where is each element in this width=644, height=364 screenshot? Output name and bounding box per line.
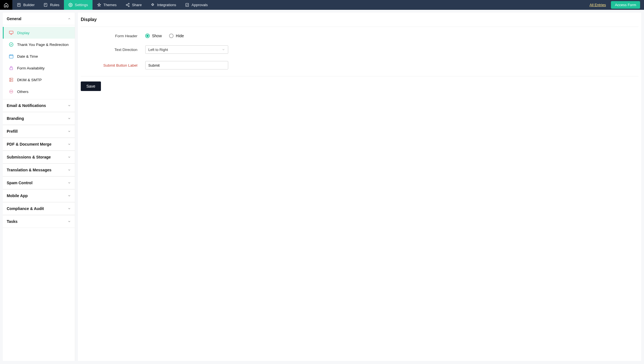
sidebar-group-mobile[interactable]: Mobile App [3, 189, 75, 202]
sidebar-group-branding[interactable]: Branding [3, 112, 75, 125]
access-form-button[interactable]: Access Form [611, 1, 640, 9]
nav-themes[interactable]: Themes [93, 0, 121, 10]
nav-integrations-label: Integrations [157, 3, 176, 7]
text-direction-select[interactable]: Left to Right [145, 45, 228, 54]
sidebar-item-dkim[interactable]: DKIM & SMTP [3, 74, 75, 86]
nav-builder-label: Builder [23, 3, 34, 7]
svg-line-11 [127, 5, 128, 6]
nav-themes-label: Themes [103, 3, 117, 7]
svg-point-6 [70, 4, 71, 6]
sidebar-group-spam-label: Spam Control [7, 181, 33, 185]
sidebar-group-email-label: Email & Notifications [7, 103, 46, 108]
sidebar-group-email[interactable]: Email & Notifications [3, 99, 75, 112]
nav-rules-label: Rules [50, 3, 59, 7]
form-header-label: Form Header [81, 34, 145, 38]
sidebar-item-others[interactable]: Others [3, 86, 75, 97]
chevron-down-icon [68, 168, 71, 172]
svg-rect-12 [186, 3, 189, 6]
sidebar-group-branding-label: Branding [7, 116, 24, 121]
sidebar-item-thankyou-label: Thank You Page & Redirection [17, 43, 69, 47]
nav-integrations[interactable]: Integrations [146, 0, 181, 10]
lock-icon [9, 66, 14, 71]
builder-icon [17, 3, 21, 7]
sidebar-group-pdf[interactable]: PDF & Document Merge [3, 138, 75, 151]
svg-point-9 [128, 6, 129, 7]
submit-button-label-input[interactable] [148, 63, 225, 67]
sidebar-item-availability[interactable]: Form Availability [3, 62, 75, 74]
svg-rect-21 [10, 68, 13, 70]
sidebar-item-availability-label: Form Availability [17, 66, 45, 70]
sidebar-item-others-label: Others [17, 90, 29, 94]
sidebar-group-compliance-label: Compliance & Audit [7, 206, 44, 211]
chevron-down-icon [68, 130, 71, 133]
submit-button-label-label: Submit Button Label [81, 63, 145, 67]
radio-hide[interactable]: Hide [169, 34, 184, 38]
svg-point-8 [126, 4, 127, 6]
calendar-icon [9, 54, 14, 59]
radio-show-label: Show [152, 34, 162, 38]
sidebar-group-tasks-label: Tasks [7, 219, 18, 224]
top-nav-bar: Builder Rules Settings Themes Share Inte… [0, 0, 644, 10]
server-icon [9, 77, 14, 82]
nav-approvals[interactable]: Approvals [181, 0, 212, 10]
radio-show[interactable]: Show [145, 34, 162, 38]
sidebar-item-thankyou[interactable]: Thank You Page & Redirection [3, 39, 75, 50]
svg-point-27 [10, 91, 11, 92]
sidebar-group-mobile-label: Mobile App [7, 193, 28, 198]
dots-icon [9, 89, 14, 94]
sidebar-item-datetime-label: Date & Time [17, 54, 38, 59]
settings-content: Display Form Header Show Hide [78, 13, 641, 361]
svg-point-25 [10, 81, 11, 81]
page-title: Display [81, 14, 638, 27]
home-button[interactable] [0, 0, 12, 10]
svg-point-29 [12, 91, 12, 92]
svg-point-16 [9, 43, 13, 46]
save-button[interactable]: Save [81, 81, 101, 91]
svg-point-24 [10, 79, 11, 79]
nav-settings-label: Settings [75, 3, 88, 7]
chevron-down-icon [68, 220, 71, 223]
sidebar-item-datetime[interactable]: Date & Time [3, 50, 75, 62]
nav-share[interactable]: Share [121, 0, 146, 10]
settings-icon [68, 3, 73, 7]
settings-sidebar: General Display Thank You Page & Redirec… [3, 13, 75, 361]
chevron-down-icon [68, 104, 71, 107]
svg-line-10 [127, 4, 128, 5]
sidebar-group-pdf-label: PDF & Document Merge [7, 142, 51, 146]
sidebar-group-prefill[interactable]: Prefill [3, 125, 75, 138]
chevron-down-icon [68, 143, 71, 146]
sidebar-group-compliance[interactable]: Compliance & Audit [3, 202, 75, 215]
home-icon [4, 3, 9, 8]
chevron-down-icon [68, 117, 71, 120]
sidebar-group-general-label: General [7, 17, 21, 21]
submit-button-label-input-wrapper [145, 61, 228, 69]
all-entries-link[interactable]: All Entries [590, 3, 606, 7]
sidebar-group-prefill-label: Prefill [7, 129, 18, 134]
share-icon [126, 3, 130, 7]
sidebar-group-general[interactable]: General [3, 13, 75, 25]
sidebar-group-translation-label: Translation & Messages [7, 168, 52, 172]
nav-approvals-label: Approvals [191, 3, 208, 7]
nav-rules[interactable]: Rules [39, 0, 64, 10]
approvals-icon [185, 3, 189, 7]
check-circle-icon [9, 42, 14, 47]
nav-settings[interactable]: Settings [64, 0, 93, 10]
chevron-down-icon [68, 194, 71, 197]
sidebar-group-translation[interactable]: Translation & Messages [3, 164, 75, 176]
chevron-down-icon [222, 48, 225, 51]
sidebar-group-submissions[interactable]: Submissions & Storage [3, 151, 75, 164]
sidebar-group-spam[interactable]: Spam Control [3, 176, 75, 189]
nav-share-label: Share [132, 3, 142, 7]
sidebar-group-tasks[interactable]: Tasks [3, 215, 75, 228]
svg-point-28 [11, 91, 11, 92]
sidebar-item-display[interactable]: Display [3, 27, 75, 39]
nav-builder[interactable]: Builder [12, 0, 39, 10]
integrations-icon [151, 3, 155, 7]
radio-show-circle [145, 34, 150, 38]
sidebar-item-display-label: Display [17, 31, 29, 35]
svg-rect-13 [9, 31, 13, 34]
svg-point-7 [128, 3, 129, 4]
rules-icon [43, 3, 48, 7]
radio-hide-circle [169, 34, 174, 38]
monitor-icon [9, 30, 14, 35]
